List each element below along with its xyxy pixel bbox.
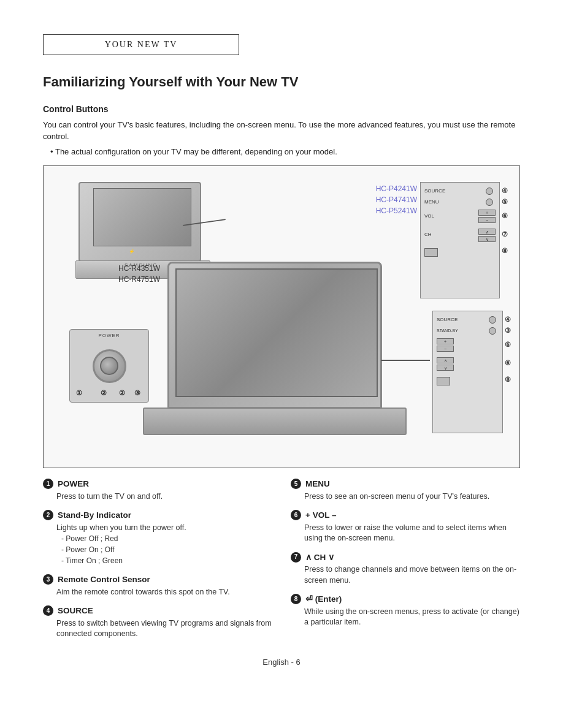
cr-enter-row: ⑧ (437, 374, 499, 385)
main-tv-stand: SAMSUNG (143, 408, 407, 435)
desc-vol: 6 + VOL – Press to lower or raise the vo… (291, 509, 520, 544)
desc-menu: 5 MENU Press to see an on-screen menu of… (291, 478, 520, 502)
menu-row: MENU ⑤ (424, 199, 496, 206)
cr-source-btn (489, 316, 496, 324)
desc-source: 4 SOURCE Press to switch between viewing… (43, 605, 272, 640)
desc-ch: 7 ∧ CH ∨ Press to change channels and mo… (291, 552, 520, 586)
desc-standby: 2 Stand-By Indicator Lights up when you … (43, 509, 272, 566)
header-box: Your New TV (43, 34, 239, 55)
small-tv-body: ⚡ (79, 182, 201, 262)
model-label-bottom: HC-R4351W HC-R4751W (118, 263, 160, 285)
desc-enter: 8 ⏎ (Enter) While using the on-screen me… (291, 593, 520, 628)
section-title: Familiarizing Yourself with Your New TV (43, 72, 520, 92)
source-row: SOURCE ④ (424, 188, 496, 195)
enter-btn (424, 248, 438, 257)
cr-enter-btn (437, 377, 450, 385)
descriptions: 1 POWER Press to turn the TV on and off.… (43, 478, 520, 647)
diagram-box: manualslib.com ⚡ SAMSUNG HC-P4241W HC-P4… (43, 165, 520, 468)
power-panel: POWER ① ② ② ③ (69, 329, 149, 403)
ch-row: CH ∧ ∨ ⑦ (424, 227, 496, 242)
cr-vol-row: + − ⑥ (437, 338, 499, 352)
cr-vol-cluster: + − (437, 338, 454, 352)
small-tv-screen (93, 188, 191, 246)
page: Your New TV Familiarizing Yourself with … (0, 0, 563, 728)
subsection-title: Control Buttons (43, 103, 520, 115)
page-footer: English - 6 (43, 657, 520, 676)
source-btn (486, 188, 493, 195)
diagram-inner: manualslib.com ⚡ SAMSUNG HC-P4241W HC-P4… (51, 176, 512, 458)
main-tv (167, 262, 382, 409)
header-title: Your New TV (105, 39, 178, 51)
arrow-right (381, 360, 430, 361)
desc-power: 1 POWER Press to turn the TV on and off. (43, 478, 272, 502)
bullet-item: • The actual configuration on your TV ma… (50, 146, 520, 158)
vol-row: VOL + − ⑥ (424, 210, 496, 223)
ch-cluster: ∧ ∨ (478, 229, 496, 242)
intro-text: You can control your TV's basic features… (43, 119, 520, 143)
power-btn (93, 349, 126, 383)
control-panel-top: SOURCE ④ MENU ⑤ VOL + (420, 182, 500, 298)
model-label-top: HC-P4241W HC-P4741W HC-P5241W (376, 183, 417, 216)
enter-row: ⑧ (424, 246, 496, 257)
cr-source-row: SOURCE ④ (437, 316, 499, 324)
cr-ch-cluster: ∧ ∨ (437, 357, 454, 371)
footer-text: English - 6 (262, 658, 300, 667)
control-panel-right: SOURCE ④ STAND-BY ③ + − (432, 311, 503, 433)
vol-cluster: + − (478, 210, 496, 223)
cr-standby-btn (489, 327, 496, 335)
menu-btn (486, 199, 493, 206)
desc-sensor: 3 Remote Control Sensor Aim the remote c… (43, 574, 272, 597)
cr-ch-row: ∧ ∨ ⑥ (437, 355, 499, 371)
desc-col-right: 5 MENU Press to see an on-screen menu of… (291, 478, 520, 647)
main-tv-screen (175, 268, 378, 397)
desc-col-left: 1 POWER Press to turn the TV on and off.… (43, 478, 272, 647)
cr-standby-row: STAND-BY ③ (437, 327, 499, 335)
